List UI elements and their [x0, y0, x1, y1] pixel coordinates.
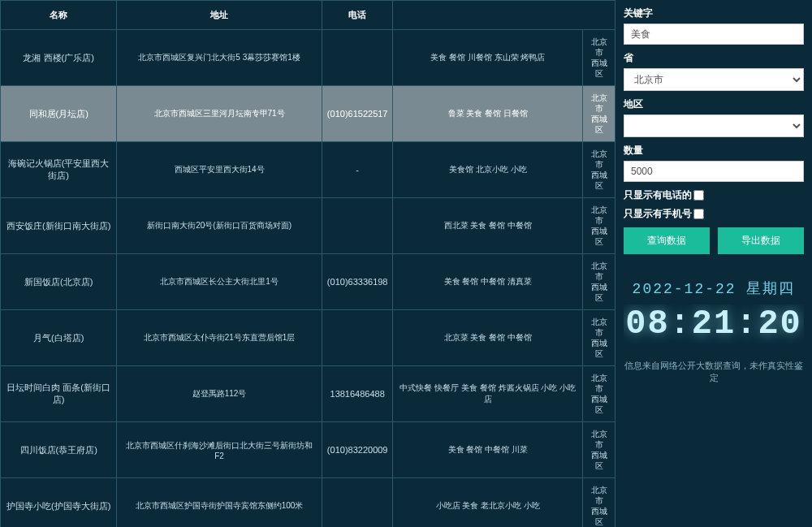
col-addr: 北京市西城区太仆寺街21号东直营后馆1层: [117, 310, 322, 366]
col-cat: 西北菜 美食 餐馆 中餐馆: [393, 198, 583, 254]
table-row[interactable]: 日坛时间白肉 面条(新街口店)赵登禹路112号13816486488中式快餐 快…: [1, 366, 615, 422]
col-name: 同和居(月坛店): [1, 86, 117, 142]
col-cat: 美食 餐馆 川餐馆 东山荣 烤鸭店: [393, 30, 583, 86]
chk-phone-row: 只显示有电话的: [624, 188, 804, 202]
col-phone: [322, 198, 393, 254]
export-button[interactable]: 导出数据: [718, 227, 804, 254]
col-phone: (010)83220009: [322, 422, 393, 478]
col-phone: [322, 310, 393, 366]
col-loc: 北京市西城区: [583, 30, 615, 86]
count-label: 数量: [624, 144, 804, 158]
clock-date: 2022-12-22 星期四: [624, 279, 804, 298]
keyword-label: 关键字: [624, 6, 804, 20]
province-select[interactable]: 北京市: [624, 68, 804, 91]
col-name: 海碗记火锅店(平安里西大街店): [1, 142, 117, 198]
col-loc: 北京市西城区: [583, 86, 615, 142]
col-name: 日坛时间白肉 面条(新街口店): [1, 366, 117, 422]
col-cat: 小吃店 美食 老北京小吃 小吃: [393, 478, 583, 528]
clock-time: 08:21:20: [624, 305, 804, 343]
keyword-input[interactable]: [624, 24, 804, 45]
chk-mobile-label: 只显示有手机号: [624, 207, 692, 221]
col-phone: [322, 30, 393, 86]
chk-phone-label: 只显示有电话的: [624, 188, 692, 202]
table-row[interactable]: 西安饭庄(新街口南大街店)新街口南大街20号(新街口百货商场对面)西北菜 美食 …: [1, 198, 615, 254]
sidebar: 关键字 省 北京市 地区 数量 只显示有电话的 只显示有手机号 查询数据 导出数…: [615, 0, 812, 527]
region-label: 地区: [624, 97, 804, 111]
col-cat: 中式快餐 快餐厅 美食 餐馆 炸酱火锅店 小吃 小吃店: [393, 366, 583, 422]
col-name: 月气(白塔店): [1, 310, 117, 366]
col-loc: 北京市西城区: [583, 366, 615, 422]
main-content: 名称 地址 电话 龙湘 西楼(广乐店)北京市西城区复兴门北大街5 3幕莎莎赛馆1…: [0, 0, 615, 527]
col-phone: (010)61522517: [322, 86, 393, 142]
col-addr: 北京市西城区护国寺街护国寺宾馆东侧约100米: [117, 478, 322, 528]
disclaimer-text: 信息来自网络公开大数据查询，未作真实性鉴定: [624, 360, 804, 384]
col-loc: 北京市西城区: [583, 198, 615, 254]
region-select[interactable]: [624, 114, 804, 137]
count-input[interactable]: [624, 161, 804, 182]
col-name: 护国寺小吃(护国寺大街店): [1, 478, 117, 528]
col-phone: 13816486488: [322, 366, 393, 422]
col-name: 四川饭店(恭王府店): [1, 422, 117, 478]
col-cat: 美食 餐馆 中餐馆 清真菜: [393, 254, 583, 310]
col-phone: (010)63336198: [322, 254, 393, 310]
col-name: 龙湘 西楼(广乐店): [1, 30, 117, 86]
table-row[interactable]: 月气(白塔店)北京市西城区太仆寺街21号东直营后馆1层北京菜 美食 餐馆 中餐馆…: [1, 310, 615, 366]
col-phone: [322, 478, 393, 528]
col-addr: 北京市西城区什刹海沙滩后街口北大街三号新街坊和F2: [117, 422, 322, 478]
table-header-row: 名称 地址 电话: [1, 1, 615, 30]
data-table: 名称 地址 电话 龙湘 西楼(广乐店)北京市西城区复兴门北大街5 3幕莎莎赛馆1…: [0, 0, 615, 527]
col-cat: 美食馆 北京小吃 小吃: [393, 142, 583, 198]
col-addr: 北京市西城区三里河月坛南专甲71号: [117, 86, 322, 142]
table-row[interactable]: 四川饭店(恭王府店)北京市西城区什刹海沙滩后街口北大街三号新街坊和F2(010)…: [1, 422, 615, 478]
col-cat: 美食 餐馆 中餐馆 川菜: [393, 422, 583, 478]
col-addr: 赵登禹路112号: [117, 366, 322, 422]
province-label: 省: [624, 51, 804, 65]
table-row[interactable]: 新国饭店(北京店)北京市西城区长公主大街北里1号(010)63336198美食 …: [1, 254, 615, 310]
col-addr: 北京市西城区复兴门北大街5 3幕莎莎赛馆1楼: [117, 30, 322, 86]
col-loc: 北京市西城区: [583, 422, 615, 478]
col-header-phone: 电话: [322, 1, 393, 30]
col-name: 新国饭店(北京店): [1, 254, 117, 310]
col-loc: 北京市西城区: [583, 142, 615, 198]
query-button[interactable]: 查询数据: [624, 227, 710, 254]
chk-mobile[interactable]: [693, 209, 704, 219]
table-row[interactable]: 龙湘 西楼(广乐店)北京市西城区复兴门北大街5 3幕莎莎赛馆1楼美食 餐馆 川餐…: [1, 30, 615, 86]
table-row[interactable]: 护国寺小吃(护国寺大街店)北京市西城区护国寺街护国寺宾馆东侧约100米小吃店 美…: [1, 478, 615, 528]
col-header-name: 名称: [1, 1, 117, 30]
col-loc: 北京市西城区: [583, 310, 615, 366]
col-cat: 鲁菜 美食 餐馆 日餐馆: [393, 86, 583, 142]
col-cat: 北京菜 美食 餐馆 中餐馆: [393, 310, 583, 366]
col-phone: -: [322, 142, 393, 198]
col-loc: 北京市西城区: [583, 254, 615, 310]
col-loc: 北京市西城区: [583, 478, 615, 528]
col-addr: 北京市西城区长公主大街北里1号: [117, 254, 322, 310]
col-header-addr: 地址: [117, 1, 322, 30]
col-addr: 西城区平安里西大街14号: [117, 142, 322, 198]
clock-widget: 2022-12-22 星期四 08:21:20: [624, 279, 804, 343]
col-header-blank: [393, 1, 615, 30]
chk-phone[interactable]: [693, 190, 704, 201]
col-addr: 新街口南大街20号(新街口百货商场对面): [117, 198, 322, 254]
chk-mobile-row: 只显示有手机号: [624, 207, 804, 221]
table-row[interactable]: 同和居(月坛店)北京市西城区三里河月坛南专甲71号(010)61522517鲁菜…: [1, 86, 615, 142]
col-name: 西安饭庄(新街口南大街店): [1, 198, 117, 254]
table-row[interactable]: 海碗记火锅店(平安里西大街店)西城区平安里西大街14号-美食馆 北京小吃 小吃北…: [1, 142, 615, 198]
